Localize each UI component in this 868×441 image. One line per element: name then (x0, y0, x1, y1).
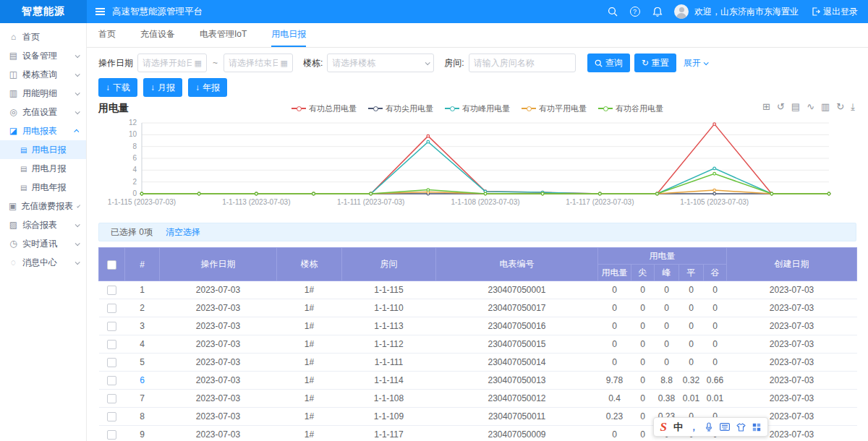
room-field[interactable] (469, 53, 576, 72)
svg-text:0: 0 (132, 189, 137, 197)
cell-meter: 230407050012 (436, 390, 598, 408)
cell-created: 2023-07-03 (727, 299, 857, 317)
expand-link[interactable]: 展开 (684, 57, 707, 69)
cell-peak: 0.38 (655, 390, 679, 408)
chevron-down-icon (703, 60, 708, 65)
table-row: 62023-07-031#1-1-1142304070500139.7808.8… (99, 372, 857, 390)
user-avatar[interactable] (674, 4, 689, 19)
cell-building: 1# (277, 335, 342, 354)
cell-sharp: 0 (631, 354, 655, 372)
payment-report-icon: ▣ (9, 201, 17, 211)
search-icon[interactable] (607, 7, 618, 17)
selected-count-text: 已选择 0项 (111, 226, 153, 239)
reset-button[interactable]: ↻ 重置 (634, 53, 676, 72)
restore-icon[interactable]: ↺ (777, 101, 785, 113)
cell-valley: 0 (704, 281, 727, 299)
select-all-checkbox[interactable] (107, 260, 116, 270)
row-checkbox[interactable] (107, 358, 116, 367)
row-checkbox[interactable] (107, 376, 116, 385)
tab-充值设备[interactable]: 充值设备 (140, 23, 175, 47)
tab-首页[interactable]: 首页 (98, 23, 116, 47)
skin-icon[interactable] (736, 423, 746, 432)
start-date-field[interactable]: ▦ (137, 53, 207, 72)
sidebar-item-综合报表[interactable]: ▨综合报表 (0, 215, 86, 234)
row-checkbox[interactable] (107, 304, 116, 313)
sidebar-item-设备管理[interactable]: ▤设备管理 (0, 46, 86, 65)
row-checkbox[interactable] (107, 430, 116, 440)
tab-电表管理IoT[interactable]: 电表管理IoT (200, 23, 247, 47)
legend-item-有功平用电量[interactable]: 有功平用电量 (522, 103, 587, 114)
svg-text:2: 2 (132, 178, 137, 186)
ime-toolbar[interactable]: S 中 ， (653, 417, 768, 437)
cell-date: 2023-07-03 (160, 299, 277, 317)
sidebar-subitem-用电年报[interactable]: ▤用电年报 (0, 178, 86, 197)
logout-button[interactable]: 退出登录 (812, 6, 858, 18)
cell-valley: 0 (704, 317, 727, 335)
legend-marker (522, 106, 536, 112)
area-zoom-icon[interactable]: ⊞ (762, 101, 770, 113)
cell-created: 2023-07-03 (727, 335, 857, 354)
search-button[interactable]: 查询 (587, 53, 630, 72)
row-checkbox[interactable] (107, 322, 116, 331)
sidebar-item-用电报表[interactable]: ◪用电报表 (0, 121, 86, 140)
mic-icon[interactable] (705, 422, 713, 432)
data-view-icon[interactable]: ▤ (791, 101, 800, 113)
cell-usage: 0.4 (598, 390, 631, 408)
row-checkbox-cell (99, 317, 125, 335)
room-input[interactable] (474, 58, 571, 68)
row-checkbox-cell (99, 281, 125, 299)
monthly-report-button[interactable]: ↓ 月报 (143, 78, 182, 97)
col-header-meter: 电表编号 (436, 248, 598, 281)
bar-chart-icon[interactable]: ▥ (821, 101, 830, 113)
keyboard-icon[interactable] (720, 423, 730, 431)
doc-icon: ▤ (20, 146, 27, 154)
clear-selection-link[interactable]: 清空选择 (166, 226, 200, 239)
yearly-report-button[interactable]: ↓ 年报 (188, 78, 227, 97)
sidebar-item-充值设置[interactable]: ◎充值设置 (0, 103, 86, 121)
sidebar: ⌂首页▤设备管理◫楼栋查询▥用能明细◎充值设置◪用电报表▤用电日报▤用电月报▤用… (0, 23, 87, 441)
legend-item-有功总用电量[interactable]: 有功总用电量 (292, 103, 357, 114)
row-checkbox[interactable] (107, 394, 116, 403)
sidebar-item-实时通讯[interactable]: ◷实时通讯 (0, 234, 86, 253)
legend-item-有功谷用电量[interactable]: 有功谷用电量 (598, 103, 663, 114)
sidebar-item-消息中心[interactable]: ◌消息中心 (0, 253, 86, 272)
download-button[interactable]: ↓ 下载 (98, 78, 137, 97)
cell-sharp: 0 (631, 426, 655, 441)
sidebar-subitem-用电日报[interactable]: ▤用电日报 (0, 140, 86, 159)
cell-usage: 0.23 (598, 408, 631, 426)
chevron-down-icon (75, 109, 80, 114)
building-select[interactable]: 请选择楼栋 (327, 53, 434, 72)
download-image-icon[interactable]: ⤓ (851, 101, 855, 113)
cell-usage: 0 (598, 299, 631, 317)
bell-icon[interactable] (652, 7, 663, 17)
punctuation-icon[interactable]: ， (689, 423, 698, 432)
ime-mode-chinese[interactable]: 中 (673, 421, 683, 434)
sidebar-item-楼栋查询[interactable]: ◫楼栋查询 (0, 65, 86, 84)
sidebar-item-充值缴费报表[interactable]: ▣充值缴费报表 (0, 197, 86, 215)
row-checkbox[interactable] (107, 412, 116, 421)
sidebar-subitem-用电月报[interactable]: ▤用电月报 (0, 159, 86, 178)
sidebar-item-用能明细[interactable]: ▥用能明细 (0, 84, 86, 103)
svg-text:1-1-105 (2023-07-03): 1-1-105 (2023-07-03) (680, 198, 749, 206)
cell-sharp: 0 (631, 372, 655, 390)
start-date-input[interactable] (142, 58, 192, 68)
sogou-logo: S (660, 421, 667, 433)
cell-valley: 0 (704, 335, 727, 354)
row-checkbox[interactable] (107, 340, 116, 349)
sidebar-collapse-icon[interactable] (95, 8, 105, 15)
help-icon[interactable]: ? (629, 7, 640, 17)
row-checkbox[interactable] (107, 286, 116, 295)
cell-building: 1# (277, 408, 342, 426)
sidebar-item-首页[interactable]: ⌂首页 (0, 27, 86, 46)
legend-item-有功峰用电量[interactable]: 有功峰用电量 (445, 103, 510, 114)
refresh-icon[interactable]: ↻ (836, 101, 844, 113)
line-chart-icon[interactable]: ∿ (807, 101, 814, 113)
svg-text:8: 8 (132, 142, 137, 150)
end-date-field[interactable]: ▦ (224, 53, 293, 72)
legend-item-有功尖用电量[interactable]: 有功尖用电量 (368, 103, 433, 114)
toolbox-icon[interactable] (752, 423, 761, 432)
usage-chart-svg: 0246810121-1-115 (2023-07-03)1-1-113 (20… (98, 119, 854, 210)
end-date-input[interactable] (229, 58, 278, 68)
filter-bar: 操作日期 ▦ ~ ▦ 楼栋: 请选择楼栋 房间: 查询 (98, 53, 856, 72)
tab-用电日报[interactable]: 用电日报 (271, 23, 306, 47)
